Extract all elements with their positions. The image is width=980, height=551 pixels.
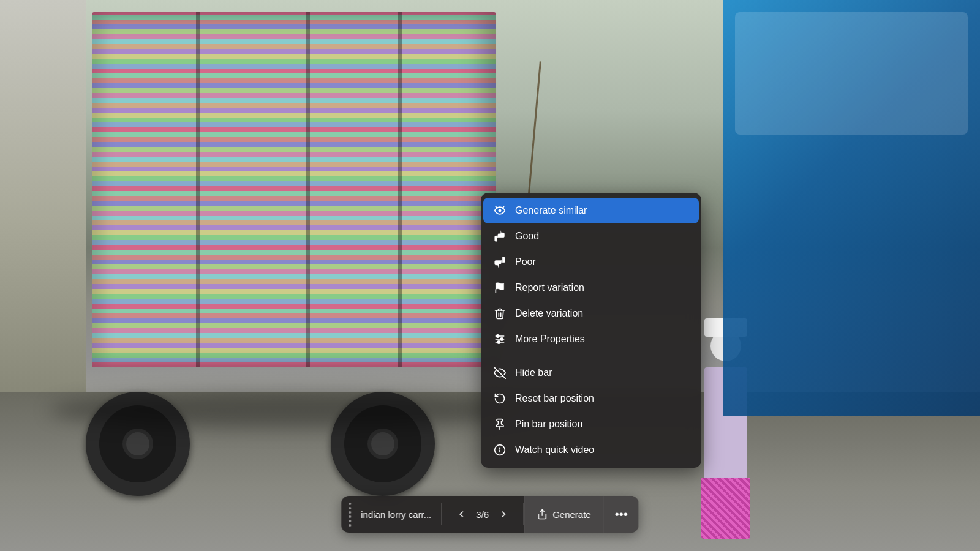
- generate-similar-icon: [493, 204, 507, 217]
- info-icon: [493, 443, 507, 457]
- thumbs-down-icon: [493, 255, 507, 269]
- menu-label-report-variation: Report variation: [515, 282, 584, 293]
- svg-point-2: [497, 335, 499, 337]
- bale-divider-2: [306, 12, 310, 367]
- menu-label-reset-bar-position: Reset bar position: [515, 393, 594, 404]
- menu-label-poor: Poor: [515, 257, 536, 268]
- prev-button[interactable]: [451, 507, 471, 522]
- menu-item-reset-bar-position[interactable]: Reset bar position: [481, 386, 701, 411]
- menu-item-hide-bar[interactable]: Hide bar: [481, 360, 701, 386]
- generate-button[interactable]: Generate: [524, 496, 603, 533]
- menu-item-good[interactable]: Good: [481, 223, 701, 249]
- menu-label-delete-variation: Delete variation: [515, 308, 583, 319]
- drag-dot: [349, 511, 351, 514]
- hide-bar-icon: [493, 366, 507, 380]
- next-button[interactable]: [494, 507, 513, 522]
- more-options-button[interactable]: •••: [603, 496, 639, 533]
- menu-item-more-properties[interactable]: More Properties: [481, 326, 701, 352]
- menu-label-more-properties: More Properties: [515, 334, 585, 345]
- menu-item-generate-similar[interactable]: Generate similar: [483, 198, 699, 223]
- menu-item-report-variation[interactable]: Report variation: [481, 275, 701, 301]
- menu-label-generate-similar: Generate similar: [515, 205, 587, 216]
- generate-button-label: Generate: [552, 509, 591, 520]
- menu-item-pin-bar-position[interactable]: Pin bar position: [481, 411, 701, 437]
- sliders-icon: [493, 332, 507, 346]
- trash-icon: [493, 307, 507, 320]
- drag-dot: [349, 507, 351, 509]
- menu-item-delete-variation[interactable]: Delete variation: [481, 301, 701, 326]
- menu-label-watch-quick-video: Watch quick video: [515, 444, 594, 455]
- menu-divider: [481, 356, 701, 356]
- drag-dot: [349, 520, 351, 522]
- bottom-toolbar: indian lorry carr... 3/6 Generate •••: [341, 496, 638, 533]
- toolbar-navigation: 3/6: [442, 507, 523, 522]
- toolbar-prompt-text: indian lorry carr...: [358, 509, 441, 520]
- bale-divider-1: [196, 12, 200, 367]
- drag-dot: [349, 503, 351, 505]
- svg-point-4: [500, 338, 503, 340]
- cargo-bales: [92, 12, 496, 367]
- drag-dot: [349, 524, 351, 527]
- menu-item-poor[interactable]: Poor: [481, 249, 701, 275]
- flag-icon: [493, 281, 507, 294]
- reset-icon: [493, 392, 507, 405]
- bale-divider-3: [398, 12, 402, 367]
- pin-icon: [493, 418, 507, 431]
- toolbar-drag-handle[interactable]: [341, 503, 358, 527]
- auto-rickshaw: [723, 0, 980, 416]
- menu-label-good: Good: [515, 231, 539, 242]
- toolbar-counter: 3/6: [476, 509, 489, 520]
- context-menu: Generate similar Good Poor Report variat…: [481, 193, 701, 468]
- svg-point-6: [497, 341, 500, 343]
- more-options-label: •••: [615, 508, 628, 522]
- drag-dot: [349, 515, 351, 518]
- truck-shadow: [49, 392, 527, 429]
- menu-label-hide-bar: Hide bar: [515, 367, 552, 378]
- menu-item-watch-quick-video[interactable]: Watch quick video: [481, 437, 701, 463]
- menu-label-pin-bar-position: Pin bar position: [515, 419, 582, 430]
- thumbs-up-icon: [493, 230, 507, 243]
